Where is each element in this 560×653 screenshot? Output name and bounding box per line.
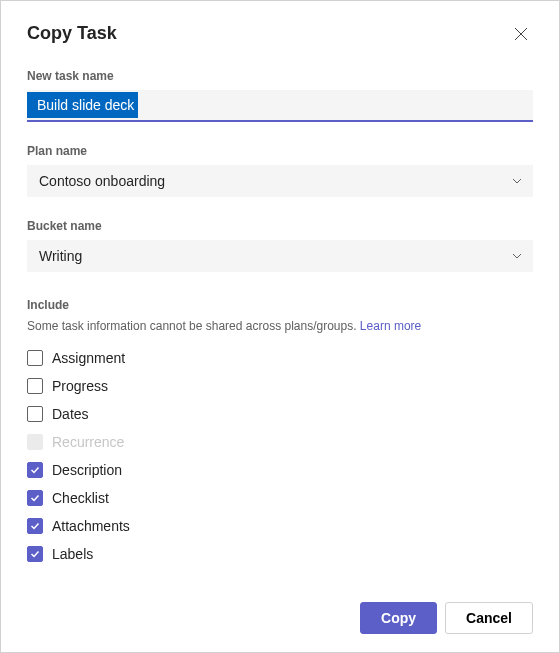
plan-name-label: Plan name — [27, 144, 533, 158]
bucket-name-value: Writing — [39, 248, 82, 264]
close-icon — [514, 27, 528, 44]
include-section: Include Some task information cannot be … — [27, 298, 533, 586]
chevron-down-icon — [511, 250, 523, 262]
learn-more-link[interactable]: Learn more — [360, 319, 421, 333]
include-item-label: Description — [52, 462, 122, 478]
include-item-label: Checklist — [52, 490, 109, 506]
plan-name-value: Contoso onboarding — [39, 173, 165, 189]
checkbox[interactable] — [27, 546, 43, 562]
include-item[interactable]: Description — [27, 459, 533, 481]
include-item: Recurrence — [27, 431, 533, 453]
include-caption: Some task information cannot be shared a… — [27, 319, 533, 333]
include-item-label: Assignment — [52, 350, 125, 366]
cancel-button[interactable]: Cancel — [445, 602, 533, 634]
task-name-input[interactable]: Build slide deck — [27, 90, 533, 122]
copy-task-dialog: Copy Task New task name Build slide deck… — [0, 0, 560, 653]
include-item[interactable]: Assignment — [27, 347, 533, 369]
include-item[interactable]: Attachments — [27, 515, 533, 537]
include-caption-text: Some task information cannot be shared a… — [27, 319, 357, 333]
include-item-label: Progress — [52, 378, 108, 394]
checkbox[interactable] — [27, 518, 43, 534]
plan-name-select[interactable]: Contoso onboarding — [27, 165, 533, 197]
dialog-title: Copy Task — [27, 23, 117, 44]
bucket-name-field: Bucket name Writing — [27, 219, 533, 272]
chevron-down-icon — [511, 175, 523, 187]
copy-button[interactable]: Copy — [360, 602, 437, 634]
include-item-label: Recurrence — [52, 434, 124, 450]
checkbox[interactable] — [27, 350, 43, 366]
task-name-field: New task name Build slide deck — [27, 69, 533, 122]
task-name-value: Build slide deck — [27, 92, 138, 118]
checkbox — [27, 434, 43, 450]
include-label: Include — [27, 298, 533, 312]
checkbox[interactable] — [27, 378, 43, 394]
include-item-label: Dates — [52, 406, 89, 422]
include-item[interactable]: Dates — [27, 403, 533, 425]
checkbox[interactable] — [27, 462, 43, 478]
dialog-footer: Copy Cancel — [27, 602, 533, 634]
include-item-label: Attachments — [52, 518, 130, 534]
bucket-name-label: Bucket name — [27, 219, 533, 233]
checkbox[interactable] — [27, 406, 43, 422]
include-item[interactable]: Labels — [27, 543, 533, 565]
checkbox[interactable] — [27, 490, 43, 506]
include-item[interactable]: Progress — [27, 375, 533, 397]
include-item-label: Labels — [52, 546, 93, 562]
plan-name-field: Plan name Contoso onboarding — [27, 144, 533, 197]
task-name-label: New task name — [27, 69, 533, 83]
dialog-header: Copy Task — [27, 23, 533, 47]
include-checklist: AssignmentProgressDatesRecurrenceDescrip… — [27, 347, 533, 565]
close-button[interactable] — [509, 23, 533, 47]
include-item[interactable]: Checklist — [27, 487, 533, 509]
bucket-name-select[interactable]: Writing — [27, 240, 533, 272]
